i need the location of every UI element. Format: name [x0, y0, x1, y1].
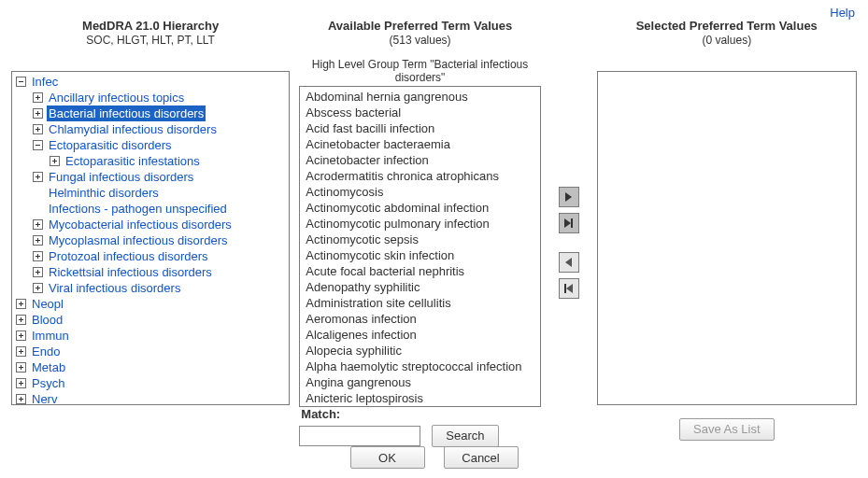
tree-node[interactable]: Rickettsial infectious disorders [47, 264, 214, 280]
list-item[interactable]: Aeromonas infection [302, 311, 538, 327]
move-all-right-button[interactable] [559, 213, 579, 233]
arrow-right-icon [565, 192, 572, 202]
dialog-root: Help MedDRA 21.0 Hierarchy SOC, HLGT, HL… [0, 0, 868, 478]
tree-node[interactable]: Infections - pathogen unspecified [47, 201, 229, 217]
transfer-buttons [550, 19, 588, 299]
expand-icon[interactable] [33, 172, 43, 182]
expand-icon[interactable] [33, 283, 43, 293]
list-item[interactable]: Acinetobacter bacteraemia [302, 136, 538, 152]
expand-icon[interactable] [33, 108, 43, 119]
double-arrow-left-icon [564, 284, 573, 293]
expand-icon[interactable] [16, 299, 26, 309]
expand-icon[interactable] [16, 330, 26, 341]
hierarchy-column: MedDRA 21.0 Hierarchy SOC, HLGT, HLT, PT… [11, 19, 290, 405]
expand-icon[interactable] [33, 267, 43, 277]
tree-node[interactable]: Immun [30, 328, 71, 344]
tree-node[interactable]: Viral infectious disorders [47, 280, 182, 296]
tree-node[interactable]: Mycobacterial infectious disorders [47, 217, 234, 232]
expand-icon[interactable] [33, 251, 43, 261]
tree-row: Infec [14, 74, 287, 90]
match-section: Match: Search [299, 407, 541, 447]
list-item[interactable]: Acrodermatitis chronica atrophicans [302, 168, 538, 184]
list-item[interactable]: Alpha haemolytic streptococcal infection [302, 358, 538, 374]
expand-icon[interactable] [16, 315, 26, 325]
dialog-footer: OK Cancel [0, 446, 868, 469]
match-label: Match: [301, 407, 340, 421]
tree-row: Bacterial infectious disorders [14, 105, 287, 121]
search-button[interactable]: Search [432, 425, 498, 447]
tree-node[interactable]: Blood [30, 312, 64, 328]
tree-node[interactable]: Endo [30, 344, 62, 359]
move-right-button[interactable] [559, 187, 579, 207]
list-item[interactable]: Acute focal bacterial nephritis [302, 263, 538, 279]
tree-row: Endo [14, 344, 287, 359]
expand-icon[interactable] [33, 219, 43, 230]
tree-node[interactable]: Protozoal infectious disorders [47, 248, 210, 264]
list-item[interactable]: Alopecia syphilitic [302, 343, 538, 358]
tree-node[interactable]: Fungal infectious disorders [47, 169, 195, 185]
save-as-list-button[interactable]: Save As List [679, 418, 775, 441]
tree-node[interactable]: Chlamydial infectious disorders [47, 121, 219, 137]
list-item[interactable]: Actinomycotic skin infection [302, 247, 538, 263]
columns: MedDRA 21.0 Hierarchy SOC, HLGT, HLT, PT… [0, 0, 868, 447]
selected-list[interactable] [597, 71, 857, 405]
tree-node[interactable]: Metab [30, 359, 67, 375]
tree-row: Immun [14, 328, 287, 344]
hierarchy-title: MedDRA 21.0 Hierarchy [82, 19, 219, 34]
tree-node[interactable]: Ancillary infectious topics [47, 90, 186, 105]
tree-row: Nerv [14, 391, 287, 405]
list-item[interactable]: Acid fast bacilli infection [302, 120, 538, 136]
expand-icon[interactable] [33, 124, 43, 134]
tree-row: Ectoparasitic infestations [14, 153, 287, 169]
list-item[interactable]: Acinetobacter infection [302, 152, 538, 168]
available-list[interactable]: Abdominal hernia gangrenousAbscess bacte… [299, 86, 541, 407]
ok-button[interactable]: OK [350, 446, 425, 469]
list-item[interactable]: Administration site cellulitis [302, 295, 538, 311]
selected-column: Selected Preferred Term Values (0 values… [597, 19, 857, 441]
hierarchy-tree[interactable]: InfecAncillary infectious topicsBacteria… [11, 71, 290, 405]
list-item[interactable]: Actinomycosis [302, 184, 538, 200]
tree-node[interactable]: Mycoplasmal infectious disorders [47, 232, 229, 248]
match-input[interactable] [299, 426, 420, 446]
tree-node[interactable]: Psych [30, 375, 66, 391]
move-left-button[interactable] [559, 252, 579, 273]
expand-icon[interactable] [16, 346, 26, 357]
tree-node[interactable]: Infec [30, 74, 60, 90]
tree-row: Protozoal infectious disorders [14, 248, 287, 264]
list-item[interactable]: Adenopathy syphilitic [302, 279, 538, 295]
move-all-left-button[interactable] [559, 278, 579, 299]
tree-row: Rickettsial infectious disorders [14, 264, 287, 280]
tree-row: Mycobacterial infectious disorders [14, 217, 287, 232]
list-item[interactable]: Angina gangrenous [302, 374, 538, 390]
no-expander-icon [33, 188, 43, 198]
list-item[interactable]: Actinomycotic sepsis [302, 232, 538, 247]
list-item[interactable]: Alcaligenes infection [302, 327, 538, 343]
double-arrow-right-icon [564, 218, 573, 228]
tree-node[interactable]: Ectoparasitic disorders [47, 137, 174, 153]
list-item[interactable]: Abdominal hernia gangrenous [302, 89, 538, 105]
collapse-icon[interactable] [16, 77, 26, 87]
expand-icon[interactable] [50, 156, 60, 166]
cancel-button[interactable]: Cancel [444, 446, 519, 469]
list-item[interactable]: Actinomycotic abdominal infection [302, 200, 538, 216]
tree-node[interactable]: Bacterial infectious disorders [47, 105, 206, 121]
expand-icon[interactable] [33, 92, 43, 103]
list-item[interactable]: Actinomycotic pulmonary infection [302, 216, 538, 232]
expand-icon[interactable] [16, 362, 26, 373]
list-item[interactable]: Abscess bacterial [302, 105, 538, 120]
tree-row: Chlamydial infectious disorders [14, 121, 287, 137]
tree-row: Metab [14, 359, 287, 375]
expand-icon[interactable] [16, 378, 26, 388]
tree-node[interactable]: Neopl [30, 296, 65, 312]
list-item[interactable]: Anicteric leptospirosis [302, 390, 538, 406]
tree-node[interactable]: Helminthic disorders [47, 185, 161, 201]
tree-node[interactable]: Nerv [30, 391, 59, 405]
arrow-left-icon [565, 258, 572, 267]
collapse-icon[interactable] [33, 140, 43, 150]
tree-node[interactable]: Ectoparasitic infestations [64, 153, 202, 169]
help-link[interactable]: Help [830, 6, 855, 20]
expand-icon[interactable] [16, 394, 26, 404]
expand-icon[interactable] [33, 235, 43, 246]
tree-row: Psych [14, 375, 287, 391]
tree-row: Fungal infectious disorders [14, 169, 287, 185]
